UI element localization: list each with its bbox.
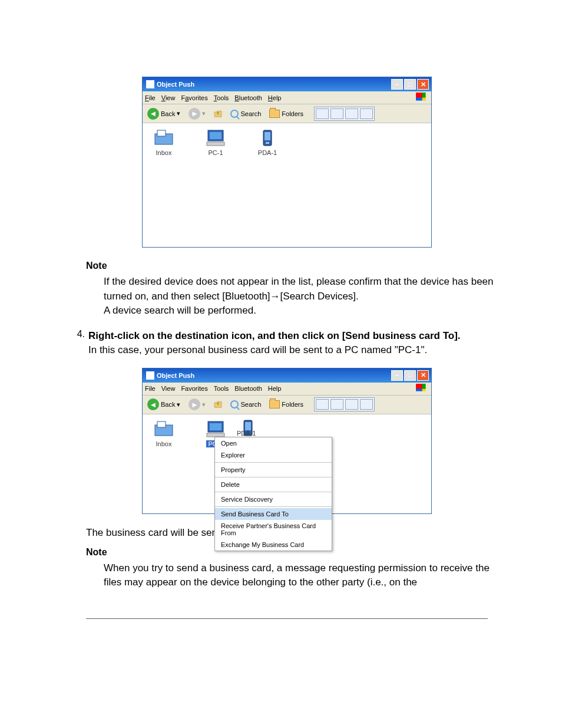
up-button[interactable] (211, 108, 224, 120)
ctx-property[interactable]: Property (215, 464, 332, 476)
view-buttons-group (314, 397, 375, 411)
item-pda1-label: PDA-1 (251, 149, 284, 156)
search-button[interactable]: Search (228, 108, 263, 119)
forward-dropdown-icon: ▾ (202, 401, 206, 409)
menu-help[interactable]: Help (268, 385, 282, 392)
titlebar: Object Push – □ ✕ (143, 77, 431, 91)
menu-file[interactable]: File (145, 94, 156, 101)
close-button[interactable]: ✕ (417, 79, 429, 90)
back-dropdown-icon: ▾ (177, 401, 180, 409)
forward-button[interactable]: ► ▾ (186, 107, 208, 121)
explorer-window-1: Object Push – □ ✕ File View Favorites To… (142, 77, 432, 248)
ctx-open[interactable]: Open (215, 437, 332, 449)
item-inbox-label: Inbox (147, 440, 180, 447)
context-menu: Open Explorer Property Delete Service Di… (214, 437, 332, 551)
svg-rect-14 (245, 422, 251, 430)
menu-bluetooth[interactable]: Bluetooth (234, 94, 262, 101)
view-button-1[interactable] (316, 108, 329, 119)
menubar: File View Favorites Tools Bluetooth Help (143, 91, 431, 104)
menu-favorites[interactable]: Favorites (181, 385, 207, 392)
ctx-divider (215, 477, 332, 477)
svg-rect-7 (266, 142, 269, 144)
menu-file[interactable]: File (145, 385, 156, 392)
item-pc1-label: PC-1 (199, 149, 232, 156)
ctx-explorer[interactable]: Explorer (215, 449, 332, 461)
menubar: File View Favorites Tools Bluetooth Help (143, 383, 431, 396)
ctx-service-discovery[interactable]: Service Discovery (215, 493, 332, 505)
folders-button[interactable]: Folders (267, 399, 306, 410)
note1-line1: If the desired device does not appear in… (104, 276, 494, 302)
maximize-button[interactable]: □ (404, 370, 416, 381)
step-4: 4. Right-click on the destination icon, … (70, 329, 509, 357)
forward-arrow-icon: ► (189, 398, 200, 410)
item-inbox[interactable]: Inbox (147, 420, 180, 447)
window-title: Object Push (157, 372, 194, 379)
back-label: Back (161, 401, 175, 408)
note-body-1: If the desired device does not appear in… (104, 275, 509, 318)
note-body-2: When you try to send a business card, a … (104, 561, 509, 590)
forward-arrow-icon: ► (189, 108, 200, 120)
view-button-3[interactable] (345, 108, 358, 119)
folders-button[interactable]: Folders (267, 108, 306, 119)
ctx-exchange-business-card[interactable]: Exchange My Business Card (215, 539, 332, 551)
ctx-receive-business-card[interactable]: Receive Partner's Business Card From (215, 520, 332, 539)
svg-rect-11 (210, 423, 222, 430)
back-arrow-icon: ◄ (147, 108, 159, 120)
inbox-icon (147, 420, 180, 438)
content-area: Inbox PC-1 PDA-1 Open Explorer Propert (143, 414, 431, 513)
folders-label: Folders (282, 401, 303, 408)
item-inbox[interactable]: Inbox (147, 129, 180, 156)
close-button[interactable]: ✕ (417, 370, 429, 381)
search-button[interactable]: Search (228, 399, 263, 410)
back-dropdown-icon: ▾ (177, 110, 180, 117)
view-button-4[interactable] (360, 108, 373, 119)
up-folder-icon (214, 398, 222, 410)
svg-rect-1 (157, 130, 166, 136)
window-icon (146, 80, 154, 88)
step4-line2: In this case, your personal business car… (88, 344, 427, 355)
toolbar: ◄ Back ▾ ► ▾ Search Folders (143, 396, 431, 414)
note1-line2: A device search will be performed. (104, 305, 256, 316)
pda-icon (251, 129, 284, 147)
toolbar: ◄ Back ▾ ► ▾ Search Folders (143, 104, 431, 123)
menu-bluetooth[interactable]: Bluetooth (234, 385, 262, 392)
svg-rect-3 (210, 132, 222, 139)
step4-number: 4. (70, 329, 85, 357)
back-label: Back (161, 110, 175, 117)
ctx-send-business-card[interactable]: Send Business Card To (215, 508, 332, 520)
menu-view[interactable]: View (161, 385, 176, 392)
menu-favorites[interactable]: Favorites (181, 94, 207, 101)
search-label: Search (240, 401, 261, 408)
window-icon (146, 371, 154, 380)
folder-icon (269, 400, 280, 409)
back-arrow-icon: ◄ (147, 398, 159, 410)
svg-rect-4 (207, 142, 224, 146)
menu-help[interactable]: Help (268, 94, 282, 101)
windows-logo-icon (416, 384, 429, 394)
view-button-3[interactable] (345, 399, 358, 410)
menu-view[interactable]: View (161, 94, 176, 101)
view-button-2[interactable] (330, 399, 343, 410)
back-button[interactable]: ◄ Back ▾ (145, 107, 183, 121)
forward-dropdown-icon: ▾ (202, 110, 206, 117)
note-heading-1: Note (86, 261, 509, 271)
menu-tools[interactable]: Tools (214, 94, 229, 101)
menu-tools[interactable]: Tools (214, 385, 229, 392)
forward-button[interactable]: ► ▾ (186, 397, 208, 411)
view-button-4[interactable] (360, 399, 373, 410)
up-button[interactable] (211, 398, 224, 410)
item-inbox-label: Inbox (147, 149, 180, 156)
ctx-delete[interactable]: Delete (215, 479, 332, 490)
view-button-1[interactable] (316, 399, 329, 410)
minimize-button[interactable]: – (391, 79, 403, 90)
item-pda1[interactable]: PDA-1 (251, 129, 284, 156)
minimize-button[interactable]: – (391, 370, 403, 381)
maximize-button[interactable]: □ (404, 79, 416, 90)
inbox-icon (147, 129, 180, 147)
item-pc1[interactable]: PC-1 (199, 129, 232, 156)
search-icon (230, 400, 239, 409)
back-button[interactable]: ◄ Back ▾ (145, 397, 183, 411)
view-button-2[interactable] (330, 108, 343, 119)
explorer-window-2: Object Push – □ ✕ File View Favorites To… (142, 368, 432, 514)
titlebar: Object Push – □ ✕ (143, 368, 431, 383)
